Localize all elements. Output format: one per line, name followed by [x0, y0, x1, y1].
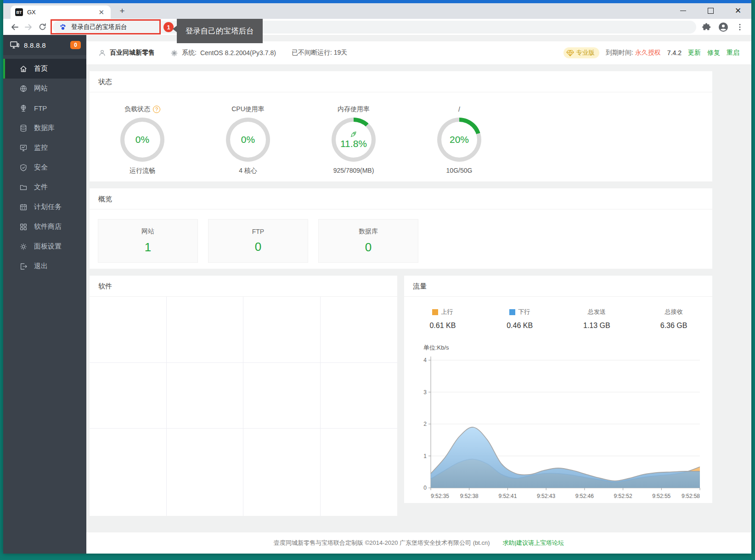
message-count-badge[interactable]: 0	[70, 41, 81, 49]
close-icon[interactable]: ✕	[731, 5, 745, 16]
server-ip: 8.8.8.8	[24, 41, 70, 49]
folder-icon	[19, 183, 28, 192]
globe-icon	[19, 85, 28, 93]
sidebar-item-website[interactable]: 网站	[3, 79, 86, 98]
sidebar-item-appstore[interactable]: 软件商店	[3, 217, 86, 237]
overview-title: 概览	[90, 188, 712, 209]
maximize-icon[interactable]	[704, 5, 717, 16]
software-slot	[243, 429, 321, 516]
sidebar-item-label: 监控	[34, 143, 48, 152]
profile-avatar-icon[interactable]	[718, 22, 728, 32]
overview-item-website[interactable]: 网站 1	[98, 219, 198, 263]
svg-text:4: 4	[423, 357, 427, 363]
sidebar-item-label: 软件商店	[34, 222, 62, 231]
bt-favicon: BT	[15, 8, 23, 16]
home-icon	[19, 65, 28, 73]
software-slot	[243, 363, 321, 429]
sidebar-item-label: 计划任务	[34, 203, 62, 211]
gauge-load[interactable]: 负载状态? 0% 运行流畅	[90, 104, 195, 175]
store-icon	[19, 223, 28, 231]
reload-icon[interactable]	[35, 20, 49, 34]
software-card: 软件	[90, 276, 397, 516]
calendar-icon	[19, 203, 28, 211]
gauge-disk[interactable]: / 20% 10G/50G	[406, 104, 512, 175]
down-swatch	[509, 309, 515, 315]
traffic-title: 流量	[404, 276, 712, 297]
software-slot	[167, 429, 244, 516]
browser-window: BT GX ✕ + ✕ 登录自己的宝塔后台	[3, 0, 751, 554]
sidebar-item-files[interactable]: 文件	[3, 177, 86, 197]
logout-icon	[19, 262, 28, 271]
browser-tab[interactable]: BT GX ✕	[11, 6, 111, 19]
panel-version: 7.4.2	[667, 49, 682, 57]
back-icon[interactable]	[8, 20, 22, 34]
traffic-stat-sent: 总发送 1.13 GB	[558, 308, 636, 330]
minimize-icon[interactable]	[676, 5, 690, 16]
traffic-stat-up: 上行 0.61 KB	[404, 308, 481, 330]
extensions-puzzle-icon[interactable]	[702, 23, 711, 32]
overview-item-ftp[interactable]: FTP 0	[208, 219, 308, 263]
overview-card: 概览 网站 1 FTP 0 数据库 0	[90, 188, 712, 269]
traffic-card: 流量 上行 0.61 KB 下行 0.46 KB 总发送	[404, 276, 712, 503]
rocket-icon	[350, 130, 357, 138]
annotation-step-badge: 1	[163, 22, 174, 32]
gauge-cpu[interactable]: CPU使用率 0% 4 核心	[195, 104, 301, 175]
diamond-icon	[566, 50, 574, 57]
tab-close-icon[interactable]: ✕	[96, 8, 106, 17]
shield-icon	[19, 164, 28, 172]
sidebar-item-cron[interactable]: 计划任务	[3, 197, 86, 217]
svg-text:9:52:55: 9:52:55	[652, 493, 670, 499]
software-slot	[167, 297, 244, 363]
sidebar-item-home[interactable]: 首页	[3, 59, 86, 79]
new-tab-button[interactable]: +	[116, 6, 128, 16]
server-info-bar: 百业同城新零售 系统: CentOS 8.2.2004(Py3.7.8) 已不间…	[86, 41, 751, 64]
main-content: 百业同城新零售 系统: CentOS 8.2.2004(Py3.7.8) 已不间…	[86, 35, 751, 554]
gear-icon	[19, 243, 28, 251]
restart-button[interactable]: 重启	[727, 49, 739, 57]
forum-link[interactable]: 求助|建议请上宝塔论坛	[503, 539, 564, 547]
page-footer: 壹度同城新零售与宝塔联合定制版 ©2014-2020 广东堡塔安全技术有限公司 …	[86, 532, 751, 554]
overview-item-database[interactable]: 数据库 0	[318, 219, 418, 263]
svg-text:9:52:46: 9:52:46	[575, 493, 594, 499]
help-icon[interactable]: ?	[153, 106, 160, 113]
sidebar-item-label: 文件	[34, 183, 48, 192]
update-button[interactable]: 更新	[688, 49, 701, 57]
sidebar-item-label: FTP	[34, 104, 47, 112]
system-gear-icon	[170, 49, 178, 57]
traffic-chart-area: 单位:Kb/s 012349:52:359:52:389:52:419:52:4…	[404, 330, 712, 506]
server-name: 百业同城新零售	[110, 49, 155, 57]
software-title: 软件	[90, 276, 397, 297]
traffic-stat-received: 总接收 6.36 GB	[635, 308, 712, 330]
sidebar-item-label: 网站	[34, 84, 48, 93]
up-swatch	[432, 309, 438, 315]
sidebar-item-database[interactable]: 数据库	[3, 118, 86, 138]
url-bar[interactable]: 登录自己的宝塔后台	[53, 21, 696, 34]
status-card: 状态 负载状态? 0% 运行流畅 CPU使用率	[90, 71, 712, 181]
ftp-icon	[19, 104, 28, 113]
traffic-chart: 012349:52:359:52:389:52:419:52:439:52:46…	[411, 354, 705, 504]
sidebar-item-ftp[interactable]: FTP	[3, 98, 86, 118]
sidebar-menu: 首页 网站 FTP 数据库 监控	[3, 55, 86, 276]
sidebar-item-security[interactable]: 安全	[3, 158, 86, 177]
software-slot	[243, 297, 321, 363]
expire-value[interactable]: 永久授权	[635, 49, 661, 56]
svg-text:0: 0	[423, 485, 427, 491]
user-icon	[98, 49, 106, 57]
expire-label: 到期时间:	[606, 49, 633, 56]
system-label: 系统:	[182, 49, 197, 57]
software-grid	[90, 297, 397, 516]
sidebar-header: 8.8.8.8 0	[3, 35, 86, 55]
edition-badge[interactable]: 专业版	[563, 47, 600, 58]
svg-text:1: 1	[423, 453, 427, 459]
sidebar-item-settings[interactable]: 面板设置	[3, 237, 86, 256]
sidebar-item-monitor[interactable]: 监控	[3, 138, 86, 158]
menu-kebab-icon[interactable]	[736, 23, 744, 31]
sidebar-item-label: 退出	[34, 262, 48, 271]
sidebar-item-label: 面板设置	[34, 242, 62, 251]
forward-icon[interactable]	[22, 20, 35, 34]
sidebar-item-logout[interactable]: 退出	[3, 256, 86, 276]
monitor-icon	[19, 144, 28, 152]
gauge-memory[interactable]: 内存使用率 11.8% 925/7809(MB)	[301, 104, 406, 175]
software-slot	[90, 429, 167, 516]
repair-button[interactable]: 修复	[707, 49, 720, 57]
